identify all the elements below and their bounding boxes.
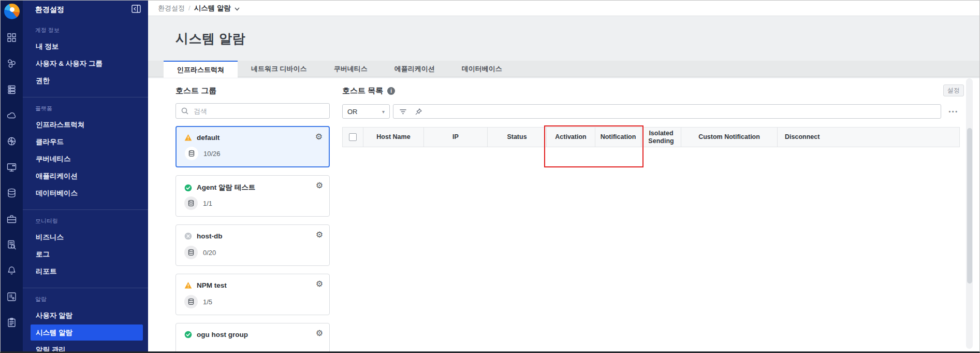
group-count: 10/26 bbox=[203, 150, 221, 158]
info-icon[interactable]: i bbox=[387, 87, 395, 95]
header-select-all bbox=[343, 128, 363, 147]
dashboard-grid-icon[interactable] bbox=[6, 32, 18, 43]
server-stack-icon[interactable] bbox=[6, 83, 18, 95]
sidebar-item[interactable]: 클라우드 bbox=[31, 134, 143, 150]
sidebar-item[interactable]: 데이터베이스 bbox=[31, 185, 143, 201]
gear-icon[interactable]: ⚙ bbox=[316, 280, 323, 288]
menu-section-label: 계정 정보 bbox=[23, 22, 148, 37]
group-name: default bbox=[197, 134, 220, 142]
filter-operator-select[interactable]: OR ▾ bbox=[342, 104, 390, 119]
more-options-icon[interactable]: ••• bbox=[947, 108, 960, 115]
filter-operator-value: OR bbox=[347, 108, 358, 116]
gear-icon[interactable]: ⚙ bbox=[316, 181, 323, 190]
filter-input[interactable] bbox=[393, 104, 941, 119]
menu-section: 계정 정보내 정보사용자 & 사용자 그룹권한 bbox=[23, 19, 148, 95]
host-list-title: 호스트 목록 bbox=[342, 86, 383, 96]
database-icon[interactable] bbox=[6, 187, 18, 199]
settings-sidebar: 환경설정 계정 정보내 정보사용자 & 사용자 그룹권한플랫폼인프라스트럭쳐클라… bbox=[23, 1, 148, 351]
tab-0[interactable]: 인프라스트럭쳐 bbox=[164, 61, 238, 78]
sidebar-item[interactable]: 쿠버네티스 bbox=[31, 151, 143, 167]
sidebar-item[interactable]: 내 정보 bbox=[31, 38, 143, 54]
sidebar-item[interactable]: 권한 bbox=[31, 73, 143, 89]
group-name: NPM test bbox=[197, 281, 227, 289]
breadcrumb-current[interactable]: 시스템 알람 bbox=[194, 4, 231, 13]
host-group-card[interactable]: ogu host group⚙ bbox=[175, 323, 330, 351]
sidebar-item[interactable]: 사용자 & 사용자 그룹 bbox=[31, 55, 143, 72]
business-briefcase-icon[interactable] bbox=[6, 213, 18, 224]
sidebar-item[interactable]: 애플리케이션 bbox=[31, 168, 143, 184]
menu-section: 알람사용자 알람시스템 알람알림 관리 bbox=[23, 288, 148, 353]
vertical-scrollbar[interactable] bbox=[966, 78, 973, 349]
sidebar-item[interactable]: 리포트 bbox=[31, 263, 143, 279]
host-group-list: default⚙10/26Agent 알람 테스트⚙1/1host-db⚙0/2… bbox=[175, 126, 330, 351]
disabled-status-icon bbox=[184, 232, 192, 240]
page-header: 시스템 알람 bbox=[148, 16, 979, 61]
sidebar-icon-rail bbox=[1, 1, 23, 351]
host-group-card[interactable]: host-db⚙0/20 bbox=[175, 224, 330, 266]
sidebar-header: 환경설정 bbox=[23, 1, 148, 19]
host-group-card[interactable]: Agent 알람 테스트⚙1/1 bbox=[175, 175, 330, 217]
filter-row: OR ▾ ••• bbox=[342, 104, 960, 119]
sidebar-title: 환경설정 bbox=[35, 5, 64, 15]
group-card-bottom: 1/1 bbox=[184, 196, 212, 210]
table-header-row: Host NameIPStatusActivationNotificationI… bbox=[343, 128, 960, 147]
sidebar-item[interactable]: 인프라스트럭쳐 bbox=[31, 117, 143, 133]
metrics-board-icon[interactable] bbox=[6, 291, 18, 302]
group-card-top: ogu host group bbox=[184, 331, 321, 338]
sidebar-item[interactable]: 시스템 알람 bbox=[31, 324, 143, 341]
pin-icon[interactable] bbox=[415, 108, 422, 116]
application-monitor-icon[interactable] bbox=[6, 161, 18, 173]
host-group-card[interactable]: NPM test⚙1/5 bbox=[175, 274, 330, 315]
select-all-checkbox[interactable] bbox=[349, 133, 357, 141]
sidebar-item[interactable]: 사용자 알람 bbox=[31, 307, 143, 323]
group-name: ogu host group bbox=[197, 331, 248, 338]
gear-icon[interactable]: ⚙ bbox=[315, 133, 323, 141]
menu-section-label: 모니터링 bbox=[23, 213, 148, 228]
content-panel: 호스트 그룹 default⚙10/26Agent 알람 테스트⚙1/1host… bbox=[148, 78, 979, 351]
breadcrumb-parent[interactable]: 환경설정 bbox=[158, 4, 185, 13]
app-window: 환경설정 계정 정보내 정보사용자 & 사용자 그룹권한플랫폼인프라스트럭쳐클라… bbox=[0, 0, 980, 353]
group-card-bottom: 0/20 bbox=[184, 246, 216, 259]
sidebar-item[interactable]: 알림 관리 bbox=[31, 342, 143, 353]
chevron-down-icon[interactable] bbox=[235, 4, 240, 13]
ok-status-icon bbox=[184, 184, 192, 192]
warning-status-icon bbox=[184, 134, 192, 142]
alert-bell-icon[interactable] bbox=[6, 265, 18, 276]
warning-status-icon bbox=[184, 281, 192, 289]
group-name: Agent 알람 테스트 bbox=[197, 183, 255, 192]
column-header: Status bbox=[488, 128, 547, 147]
group-name: host-db bbox=[197, 232, 223, 240]
resource-hexagons-icon[interactable] bbox=[6, 58, 18, 69]
group-card-top: default bbox=[184, 134, 321, 142]
host-table: Host NameIPStatusActivationNotificationI… bbox=[342, 127, 960, 147]
report-clipboard-icon[interactable] bbox=[6, 317, 18, 328]
column-header: Notification bbox=[595, 128, 641, 147]
page-title: 시스템 알람 bbox=[175, 30, 245, 47]
gear-icon[interactable]: ⚙ bbox=[316, 231, 323, 239]
sidebar-collapse-icon[interactable] bbox=[131, 5, 141, 15]
menu-section-label: 플랫폼 bbox=[23, 101, 148, 116]
group-card-top: host-db bbox=[184, 232, 321, 240]
cloud-icon[interactable] bbox=[6, 109, 18, 121]
group-card-bottom: 10/26 bbox=[185, 147, 221, 160]
log-search-icon[interactable] bbox=[6, 239, 18, 250]
main-area: 환경설정 / 시스템 알람 시스템 알람 인프라스트럭쳐네트워크 디바이스쿠버네… bbox=[148, 1, 979, 351]
kubernetes-icon[interactable] bbox=[6, 135, 18, 147]
group-card-top: NPM test bbox=[184, 281, 321, 289]
gear-icon[interactable]: ⚙ bbox=[316, 329, 323, 337]
content-area: 호스트 그룹 default⚙10/26Agent 알람 테스트⚙1/1host… bbox=[148, 62, 979, 351]
sidebar-item[interactable]: 비즈니스 bbox=[31, 229, 143, 245]
sidebar-menu: 계정 정보내 정보사용자 & 사용자 그룹권한플랫폼인프라스트럭쳐클라우드쿠버네… bbox=[23, 19, 148, 353]
app-logo[interactable] bbox=[4, 4, 20, 19]
scrollbar-thumb[interactable] bbox=[967, 128, 972, 284]
filter-funnel-icon[interactable] bbox=[399, 108, 407, 116]
host-table-wrap: Host NameIPStatusActivationNotificationI… bbox=[342, 127, 960, 147]
host-group-card[interactable]: default⚙10/26 bbox=[175, 126, 330, 167]
menu-section-label: 알람 bbox=[23, 291, 148, 306]
breadcrumb: 환경설정 / 시스템 알람 bbox=[148, 1, 979, 16]
host-count-icon bbox=[185, 147, 198, 160]
search-input[interactable] bbox=[175, 103, 330, 119]
ok-status-icon bbox=[184, 331, 192, 338]
settings-button[interactable]: 설정 bbox=[943, 84, 964, 96]
sidebar-item[interactable]: 로그 bbox=[31, 246, 143, 262]
